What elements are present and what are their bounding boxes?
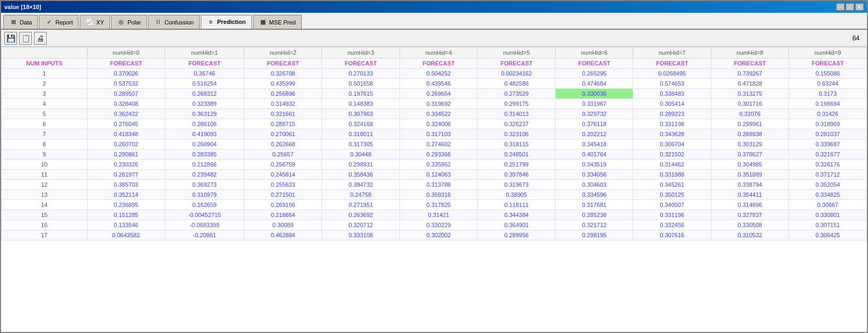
data-cell: 0.276045 [87, 119, 165, 129]
data-cell: 0.333108 [322, 230, 400, 240]
copy-button[interactable]: 📋 [19, 32, 32, 45]
data-cell: 0.334825 [789, 190, 867, 200]
row-number: 11 [2, 170, 88, 180]
window-title: value [18×10] [4, 4, 41, 10]
tab-report-label: Report [55, 19, 73, 26]
maximize-button[interactable]: □ [846, 3, 854, 11]
data-cell: 0.298931 [322, 160, 400, 170]
data-cell: 0.343628 [633, 129, 711, 139]
data-cell: 0.318011 [322, 129, 400, 139]
tab-prediction[interactable]: ≡ Prediction [201, 15, 252, 29]
data-cell: 0.418348 [87, 129, 165, 139]
data-cell: 0.289507 [87, 89, 165, 99]
data-cell: -0.0683399 [165, 220, 244, 230]
data-cell: 0.314013 [478, 109, 556, 119]
data-cell: 0.352054 [789, 180, 867, 190]
row-number: 15 [2, 210, 88, 220]
forecast-header-6: FORECAST [555, 59, 633, 69]
data-cell: 0.3173 [789, 89, 867, 99]
data-cell: 0.323389 [165, 99, 244, 109]
data-cell: 0.269938 [711, 129, 789, 139]
data-cell: 0.301716 [711, 99, 789, 109]
data-cell: 0.306425 [789, 230, 867, 240]
data-cell: 0.385703 [87, 180, 165, 190]
data-cell: 0.326237 [478, 119, 556, 129]
tab-mse-pred[interactable]: ▦ MSE Pred [253, 15, 302, 29]
forecast-header-5: FORECAST [478, 59, 556, 69]
window-controls: — □ ✕ [836, 3, 864, 11]
data-cell: 0.739267 [711, 69, 789, 79]
data-cell: 0.321712 [555, 220, 633, 230]
forecast-header-0: FORECAST [87, 59, 165, 69]
row-number: 3 [2, 89, 88, 99]
tab-data[interactable]: ⊞ Data [3, 15, 38, 29]
tab-polar[interactable]: ◎ Polar [111, 15, 147, 29]
data-cell: 0.256896 [244, 89, 322, 99]
table-row: 60.2760450.2861060.2887150.3241680.32400… [2, 119, 867, 129]
data-cell: 0.334522 [399, 109, 478, 119]
table-row: 140.2368950.1626590.2691560.2719510.3178… [2, 200, 867, 210]
tab-confussion[interactable]: ⁞⁞ Confussion [148, 15, 200, 29]
data-cell: 0.330801 [789, 210, 867, 220]
data-cell: 0.339687 [789, 139, 867, 149]
data-cell: 0.574653 [633, 79, 711, 89]
data-cell: 0.314932 [244, 99, 322, 109]
col-header-0 [2, 47, 88, 59]
data-cell: 0.32076 [711, 109, 789, 119]
table-row: 50.3624220.3631290.3216610.3079630.33452… [2, 109, 867, 119]
title-bar: value [18×10] — □ ✕ [1, 1, 867, 13]
data-cell: 0.314462 [633, 160, 711, 170]
data-cell: 0.330508 [711, 220, 789, 230]
grid-icon: ⊞ [9, 18, 18, 27]
data-cell: 0.288715 [244, 119, 322, 129]
row-number: 4 [2, 99, 88, 109]
data-cell: 0.30089 [244, 220, 322, 230]
data-cell: 0.354411 [711, 190, 789, 200]
data-cell: 0.317305 [322, 139, 400, 149]
data-cell: 0.350125 [633, 190, 711, 200]
data-cell: 0.439546 [399, 79, 478, 89]
data-cell: 0.307151 [789, 220, 867, 230]
data-cell: 0.320712 [322, 220, 400, 230]
polar-icon: ◎ [117, 18, 125, 27]
data-cell: 0.265295 [555, 69, 633, 79]
data-cell: 0.327837 [711, 210, 789, 220]
save-button[interactable]: 💾 [4, 32, 17, 45]
data-cell: 0.24758 [322, 190, 400, 200]
num-inputs-header: NUM INPUTS [2, 59, 88, 69]
check-icon: ✓ [45, 18, 53, 27]
print-button[interactable]: 🖨 [34, 32, 47, 45]
data-cell: 0.151285 [87, 210, 165, 220]
table-row: 150.151285-0.004527150.2188640.2636920.3… [2, 210, 867, 220]
data-cell: 0.313275 [711, 89, 789, 99]
data-cell: 0.501658 [322, 79, 400, 89]
data-cell: 0.305414 [633, 99, 711, 109]
data-cell: 0.321502 [633, 149, 711, 160]
data-cell: 0.462884 [244, 230, 322, 240]
data-cell: 0.334056 [555, 170, 633, 180]
data-cell: 0.271501 [244, 190, 322, 200]
data-cell: 0.330229 [399, 220, 478, 230]
main-window: value [18×10] — □ ✕ ⊞ Data ✓ Report 📈 XY… [0, 0, 868, 333]
data-cell: 0.344384 [478, 210, 556, 220]
data-cell: 0.273529 [478, 89, 556, 99]
data-cell: 0.358436 [322, 170, 400, 180]
minimize-button[interactable]: — [836, 3, 845, 11]
tab-report[interactable]: ✓ Report [39, 15, 79, 29]
forecast-header-4: FORECAST [399, 59, 478, 69]
forecast-header-1: FORECAST [165, 59, 244, 69]
table-row: 70.4183480.4190930.2700610.3180110.31710… [2, 129, 867, 139]
col-header-3: numHid=2 [244, 47, 322, 59]
data-cell: 0.262668 [244, 139, 322, 149]
tab-xy[interactable]: 📈 XY [80, 15, 110, 29]
data-cell: 0.324168 [322, 119, 400, 129]
data-table-container[interactable]: numHid=0 numHid=1 numHid=2 numHid=3 numH… [1, 47, 867, 332]
lines-icon: ≡ [207, 18, 215, 26]
col-header-9: numHid=8 [711, 47, 789, 59]
close-button[interactable]: ✕ [855, 3, 864, 11]
data-cell: 0.324006 [399, 119, 478, 129]
forecast-header-9: FORECAST [789, 59, 867, 69]
data-cell: 0.260702 [87, 139, 165, 149]
data-cell: 0.263692 [322, 210, 400, 220]
row-number: 17 [2, 230, 88, 240]
